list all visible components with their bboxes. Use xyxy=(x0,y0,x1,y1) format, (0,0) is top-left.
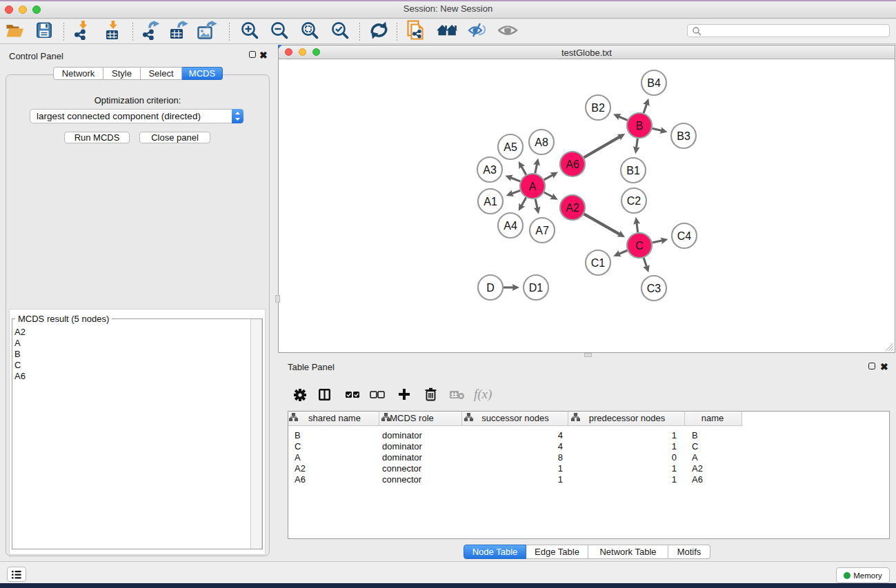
svg-text:A1: A1 xyxy=(484,196,497,207)
svg-text:B2: B2 xyxy=(591,102,605,114)
svg-text:C: C xyxy=(635,240,644,252)
svg-text:A3: A3 xyxy=(483,164,497,176)
svg-text:A: A xyxy=(529,181,537,192)
svg-text:A4: A4 xyxy=(504,220,517,232)
svg-text:A8: A8 xyxy=(535,136,548,148)
svg-text:D: D xyxy=(486,282,495,294)
svg-text:B4: B4 xyxy=(647,77,661,89)
svg-text:B1: B1 xyxy=(626,165,640,176)
svg-text:D1: D1 xyxy=(529,282,544,294)
svg-text:A5: A5 xyxy=(504,141,517,153)
svg-text:B: B xyxy=(636,120,644,132)
svg-text:C4: C4 xyxy=(677,230,692,242)
svg-text:B3: B3 xyxy=(677,130,690,142)
svg-text:C3: C3 xyxy=(647,283,661,294)
svg-text:C2: C2 xyxy=(627,195,641,207)
svg-text:A2: A2 xyxy=(566,202,579,214)
svg-text:A7: A7 xyxy=(535,225,549,236)
svg-text:C1: C1 xyxy=(591,257,606,269)
svg-text:A6: A6 xyxy=(566,159,579,170)
